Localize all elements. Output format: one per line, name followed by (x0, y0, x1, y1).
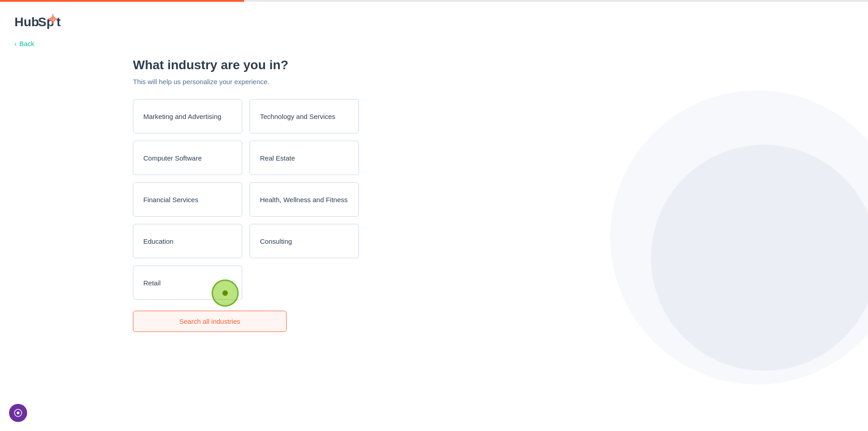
back-chevron-icon: ‹ (14, 40, 17, 47)
progress-bar (0, 0, 244, 2)
svg-text:Hub: Hub (14, 15, 39, 29)
industry-card-software[interactable]: Computer Software (133, 141, 242, 175)
back-label: Back (19, 40, 34, 47)
header: Hub Sp t (14, 9, 78, 32)
decorative-background (588, 90, 868, 407)
decorative-circle-inner (651, 145, 868, 371)
industry-card-technology[interactable]: Technology and Services (250, 99, 359, 133)
click-indicator (212, 279, 239, 307)
svg-text:t: t (57, 15, 61, 29)
help-widget-button[interactable] (9, 404, 27, 422)
industry-card-health[interactable]: Health, Wellness and Fitness (250, 182, 359, 217)
industry-label-marketing: Marketing and Advertising (143, 112, 222, 121)
industry-card-real-estate[interactable]: Real Estate (250, 141, 359, 175)
decorative-circle-outer (610, 90, 868, 384)
logo-svg: Hub Sp t (14, 9, 78, 32)
industry-card-financial[interactable]: Financial Services (133, 182, 242, 217)
back-button[interactable]: ‹ Back (14, 40, 34, 47)
page-subtitle: This will help us personalize your exper… (133, 78, 359, 85)
industry-label-consulting: Consulting (260, 237, 292, 246)
industry-label-financial: Financial Services (143, 195, 198, 204)
main-content: What industry are you in? This will help… (133, 58, 359, 332)
industry-grid: Marketing and Advertising Technology and… (133, 99, 359, 300)
industry-label-education: Education (143, 237, 174, 246)
industry-card-marketing[interactable]: Marketing and Advertising (133, 99, 242, 133)
industry-label-health: Health, Wellness and Fitness (260, 195, 348, 204)
industry-label-software: Computer Software (143, 153, 202, 163)
industry-label-retail: Retail (143, 278, 160, 288)
help-widget-icon (14, 409, 22, 417)
help-widget-dot (17, 412, 19, 414)
industry-label-technology: Technology and Services (260, 112, 335, 121)
industry-card-consulting[interactable]: Consulting (250, 224, 359, 258)
search-all-industries-button[interactable]: Search all industries (133, 311, 287, 332)
industry-label-real-estate: Real Estate (260, 153, 295, 163)
page-title: What industry are you in? (133, 58, 359, 72)
industry-card-education[interactable]: Education (133, 224, 242, 258)
hubspot-logo: Hub Sp t (14, 9, 78, 32)
